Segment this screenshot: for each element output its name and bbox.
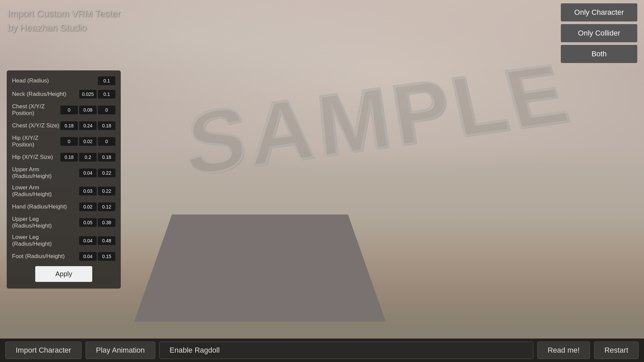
param-input-4-2[interactable] [98,137,115,146]
param-input-8-1[interactable] [98,202,115,211]
param-label: Head (Radius) [12,77,98,84]
param-label: Foot (Radius/Height) [12,253,79,260]
bottom-toolbar: Import Character Play Animation Enable R… [0,339,644,362]
param-input-10-1[interactable] [98,236,115,245]
param-input-8-0[interactable] [79,202,97,211]
param-row: Upper Arm (Radius/Height) [12,166,115,180]
view-buttons-panel: Only Character Only Collider Both [561,3,637,63]
param-inputs [60,106,115,114]
param-inputs [79,218,115,227]
only-character-button[interactable]: Only Character [561,3,637,21]
param-inputs [79,169,115,177]
param-input-5-2[interactable] [98,153,115,162]
param-inputs [60,153,115,162]
param-inputs [79,202,115,211]
param-input-0-0[interactable] [98,76,115,85]
param-inputs [79,236,115,245]
param-row: Foot (Radius/Height) [12,252,115,261]
param-row: Chest (X/Y/Z Size) [12,121,115,130]
param-label: Hip (X/Y/Z Size) [12,154,60,161]
param-input-6-1[interactable] [98,169,115,177]
param-inputs [79,90,115,99]
param-inputs [60,121,115,130]
param-label: Chest (X/Y/Z Position) [12,103,60,117]
apply-button[interactable]: Apply [35,266,92,282]
param-input-4-1[interactable] [79,137,97,146]
read-me-button[interactable]: Read me! [537,342,590,359]
enable-ragdoll-button[interactable]: Enable Ragdoll [159,342,533,359]
param-input-9-1[interactable] [98,218,115,227]
param-label: Hand (Radius/Height) [12,203,79,210]
param-label: Chest (X/Y/Z Size) [12,122,60,129]
bottom-right-buttons: Read me! Restart [537,342,639,359]
param-input-1-1[interactable] [98,90,115,99]
param-input-3-2[interactable] [98,121,115,130]
param-inputs [79,187,115,195]
param-row: Upper Leg (Radius/Height) [12,216,115,229]
param-input-3-1[interactable] [79,121,97,130]
param-input-11-0[interactable] [79,252,97,261]
param-row: Head (Radius) [12,76,115,85]
param-row: Lower Leg (Radius/Height) [12,234,115,247]
param-row: Hip (X/Y/Z Position) [12,135,115,148]
param-input-2-1[interactable] [79,106,97,114]
param-inputs [60,137,115,146]
play-animation-button[interactable]: Play Animation [86,342,155,359]
only-collider-button[interactable]: Only Collider [561,24,637,42]
param-input-7-1[interactable] [98,187,115,195]
param-inputs [79,252,115,261]
param-inputs [98,76,115,85]
ground-platform [117,215,644,328]
param-row: Neck (Radius/Height) [12,90,115,99]
param-label: Upper Leg (Radius/Height) [12,216,79,229]
param-row: Lower Arm (Radius/Height) [12,184,115,198]
param-label: Lower Leg (Radius/Height) [12,234,79,247]
param-input-10-0[interactable] [79,236,97,245]
param-row: Hand (Radius/Height) [12,202,115,211]
param-row: Chest (X/Y/Z Position) [12,103,115,117]
import-character-button[interactable]: Import Character [5,342,82,359]
param-input-5-0[interactable] [60,153,78,162]
param-row: Hip (X/Y/Z Size) [12,153,115,162]
param-label: Upper Arm (Radius/Height) [12,166,79,180]
param-input-5-1[interactable] [79,153,97,162]
param-input-4-0[interactable] [60,137,78,146]
param-input-2-0[interactable] [60,106,78,114]
param-label: Lower Arm (Radius/Height) [12,184,79,198]
param-input-6-0[interactable] [79,169,97,177]
param-input-11-1[interactable] [98,252,115,261]
restart-button[interactable]: Restart [594,342,639,359]
app-title: Import Custom VRM Tester by Heazhan Stud… [7,7,120,35]
param-input-3-0[interactable] [60,121,78,130]
both-button[interactable]: Both [561,45,637,63]
param-input-9-0[interactable] [79,218,97,227]
param-input-7-0[interactable] [79,187,97,195]
param-input-1-0[interactable] [79,90,97,99]
param-label: Neck (Radius/Height) [12,91,79,98]
param-label: Hip (X/Y/Z Position) [12,135,60,148]
collider-settings-panel: Head (Radius)Neck (Radius/Height)Chest (… [7,70,121,289]
param-input-2-2[interactable] [98,106,115,114]
